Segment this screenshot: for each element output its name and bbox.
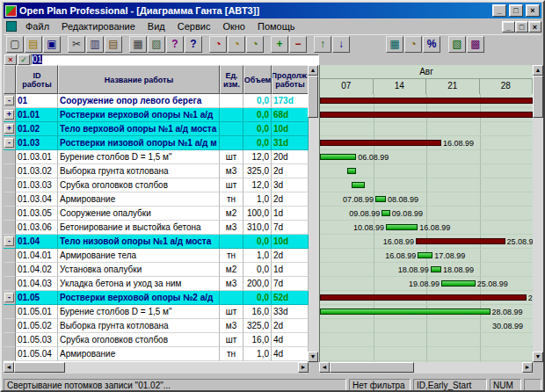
table-row[interactable]: 01.04.02Установка опалубким20,01d bbox=[4, 263, 309, 277]
column-header[interactable]: Название работы bbox=[58, 65, 220, 94]
table-row[interactable]: -01.03Ростверки низовой опоры №1 а/д м0,… bbox=[4, 136, 309, 150]
summary-bar[interactable] bbox=[320, 112, 533, 118]
table-row[interactable]: -01.05Ростверки верховой опоры №2 а/д0,0… bbox=[4, 291, 309, 305]
cancel-edit-button[interactable]: × bbox=[4, 54, 17, 65]
menu-view[interactable]: Вид bbox=[142, 20, 171, 33]
task-bar[interactable] bbox=[352, 182, 365, 188]
minimize-button[interactable]: _ bbox=[492, 4, 506, 17]
table-row[interactable]: +01.01Ростверки верховой опоры №1 а/д0,0… bbox=[4, 108, 309, 122]
collapse-button[interactable]: - bbox=[4, 138, 14, 148]
task-bar[interactable] bbox=[382, 210, 390, 216]
task-bar[interactable] bbox=[347, 168, 356, 174]
spreadsheet-view-button[interactable]: ▦ bbox=[386, 36, 403, 53]
scroll-down-icon[interactable]: ▼ bbox=[308, 352, 318, 362]
resource-analysis-clock-button[interactable]: ◔ bbox=[228, 36, 245, 53]
task-bar[interactable] bbox=[418, 252, 432, 258]
histogram-view-button[interactable]: ▩ bbox=[467, 36, 484, 53]
task-bar[interactable] bbox=[320, 154, 356, 160]
add-activity-button[interactable]: + bbox=[271, 36, 288, 53]
scroll-thumb[interactable] bbox=[308, 76, 318, 118]
child-minimize-button[interactable]: _ bbox=[502, 21, 515, 33]
table-row[interactable]: -01Сооружение опор левого берега0,0173d bbox=[4, 94, 309, 108]
scroll-up-icon[interactable]: ▲ bbox=[308, 65, 318, 76]
table-row[interactable]: 01.03.05Сооружение опалубким2100,01d bbox=[4, 207, 309, 221]
column-header[interactable]: Ед. изм. bbox=[220, 65, 243, 94]
table-row[interactable]: 01.03.02Выборка грунта котлованам3325,02… bbox=[4, 164, 309, 178]
task-bar[interactable] bbox=[320, 309, 490, 315]
percent-complete-button[interactable]: % bbox=[423, 36, 440, 53]
scroll-thumb[interactable] bbox=[330, 362, 414, 373]
expand-button[interactable]: + bbox=[4, 110, 14, 120]
move-up-button[interactable]: ↑ bbox=[314, 36, 331, 53]
summary-bar[interactable] bbox=[320, 294, 527, 301]
edit-input[interactable]: 01 bbox=[31, 54, 319, 65]
table-horizontal-scrollbar[interactable]: ◄ ► bbox=[4, 362, 309, 374]
print-button[interactable]: ▦ bbox=[129, 36, 147, 53]
expand-button[interactable]: + bbox=[4, 124, 14, 134]
table-row[interactable]: -01.04Тело низовой опоры №1 а/д моста0,0… bbox=[4, 235, 309, 249]
table-row[interactable]: 01.04.01Армирование телатн1,02d bbox=[4, 249, 309, 263]
table-row[interactable]: 01.05.01Бурение столбов D = 1,5 м"шт16,0… bbox=[4, 305, 309, 319]
scroll-left-icon[interactable]: ◄ bbox=[319, 362, 330, 373]
close-button[interactable]: × bbox=[526, 4, 540, 17]
save-button[interactable]: ▣ bbox=[43, 36, 61, 53]
column-header[interactable]: ID работы bbox=[16, 65, 58, 94]
gantt-vertical-scrollbar[interactable]: ▲ ▼ bbox=[533, 65, 543, 362]
child-restore-button[interactable]: □ bbox=[515, 21, 528, 33]
collapse-button[interactable]: - bbox=[4, 293, 14, 302]
scroll-right-icon[interactable]: ► bbox=[298, 362, 309, 373]
task-bar[interactable] bbox=[375, 196, 386, 202]
menu-tools[interactable]: Сервис bbox=[171, 20, 217, 33]
table-row[interactable]: 01.03.06Бетонирование и выстойка бетонам… bbox=[4, 221, 309, 235]
table-row[interactable]: 01.03.01Бурение столбов D = 1,5 м"шт12,0… bbox=[4, 150, 309, 164]
table-row[interactable]: 01.03.04Армированиетн1,02d bbox=[4, 192, 309, 207]
accept-edit-button[interactable]: ✓ bbox=[18, 54, 30, 65]
column-header[interactable]: Объем bbox=[243, 65, 272, 94]
task-bar[interactable] bbox=[441, 280, 476, 287]
table-row[interactable]: 01.03.03Срубка оголовков столбовшт12,03d bbox=[4, 178, 309, 192]
collapse-button[interactable]: - bbox=[4, 236, 14, 246]
new-button[interactable]: ▢ bbox=[6, 36, 24, 53]
table-row[interactable]: 01.05.03Срубка оголовков столбовшт16,04d bbox=[4, 333, 309, 347]
move-down-button[interactable]: ↓ bbox=[332, 36, 350, 53]
table-row[interactable]: 01.05.04Армированиетн1,04d bbox=[4, 347, 309, 361]
scroll-left-icon[interactable]: ◄ bbox=[4, 362, 14, 373]
table-row[interactable]: +01.02Тело верховой опоры №1 а/д моста0,… bbox=[4, 122, 309, 136]
table-vertical-scrollbar[interactable]: ▲ ▼ bbox=[309, 65, 319, 362]
table-row[interactable]: 01.05.02Выборка грунта котлованам3325,02… bbox=[4, 319, 309, 333]
barchart-view-button[interactable]: ▧ bbox=[448, 36, 466, 53]
paste-button[interactable]: ▤ bbox=[105, 36, 122, 53]
collapse-button[interactable]: - bbox=[4, 96, 14, 105]
document-icon[interactable] bbox=[6, 21, 17, 32]
scroll-thumb[interactable] bbox=[14, 362, 65, 373]
help-button[interactable]: ? bbox=[166, 36, 184, 53]
delete-activity-button[interactable]: − bbox=[289, 36, 307, 53]
open-button[interactable]: ▤ bbox=[25, 36, 42, 53]
task-bar[interactable] bbox=[386, 224, 418, 230]
gantt-horizontal-scrollbar[interactable]: ◄ ► bbox=[319, 362, 533, 374]
timescale-button[interactable]: ◔ bbox=[404, 36, 422, 53]
menu-file[interactable]: Файл bbox=[19, 20, 55, 33]
menu-edit[interactable]: Редактирование bbox=[55, 20, 142, 33]
print-preview-button[interactable]: ▧ bbox=[148, 36, 165, 53]
summary-bar[interactable] bbox=[416, 238, 505, 244]
scroll-up-icon[interactable]: ▲ bbox=[533, 65, 543, 76]
maximize-button[interactable]: □ bbox=[509, 4, 523, 17]
scroll-right-icon[interactable]: ► bbox=[522, 362, 533, 373]
child-close-button[interactable]: × bbox=[528, 21, 541, 33]
summary-bar[interactable] bbox=[320, 98, 533, 104]
column-header[interactable]: Продолж. работы bbox=[272, 65, 309, 94]
table-row[interactable]: 01.04.03Укладка бетона и уход за нимм320… bbox=[4, 277, 309, 291]
scroll-thumb[interactable] bbox=[533, 76, 543, 118]
calendar-clock-button[interactable]: ◔ bbox=[246, 36, 264, 53]
time-analysis-clock-button[interactable]: ◔ bbox=[209, 36, 227, 53]
app-logo-icon[interactable] bbox=[5, 5, 17, 17]
copy-button[interactable]: ▥ bbox=[86, 36, 104, 53]
cut-button[interactable]: ✂ bbox=[68, 36, 85, 53]
menu-window[interactable]: Окно bbox=[216, 20, 251, 33]
task-bar[interactable] bbox=[431, 266, 441, 272]
menu-help[interactable]: Помощь bbox=[251, 20, 302, 33]
context-help-button[interactable]: ? bbox=[185, 36, 202, 53]
scroll-down-icon[interactable]: ▼ bbox=[533, 352, 543, 362]
summary-bar[interactable] bbox=[320, 140, 441, 146]
